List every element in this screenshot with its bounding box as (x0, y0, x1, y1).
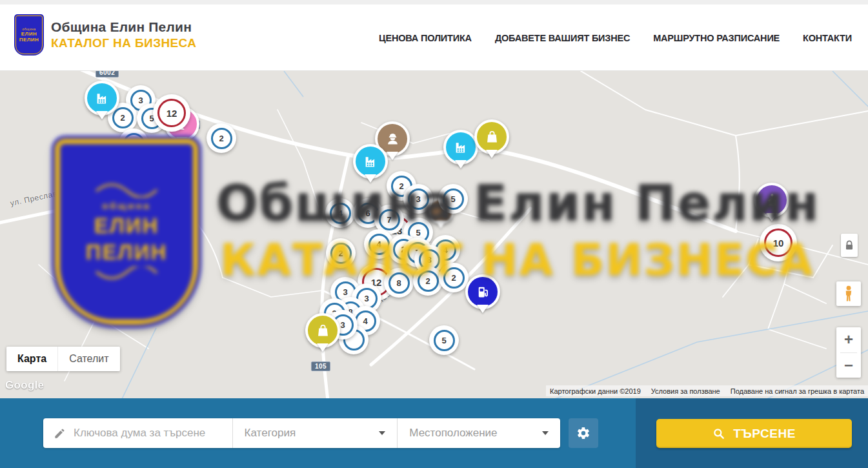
cluster-count: 8 (396, 278, 401, 288)
map-cluster[interactable]: 5 (429, 325, 459, 355)
search-bar: Категория Местоположение ТЪРСЕНЕ (0, 398, 868, 468)
chevron-down-icon (379, 431, 385, 435)
cluster-count: 2 (451, 273, 456, 283)
fuel-station-icon (474, 283, 492, 301)
cluster-count: 7 (387, 215, 391, 225)
cluster-count: 3 (364, 294, 368, 303)
page: община ЕЛИН ПЕЛИН Община Елин Пелин КАТА… (0, 0, 868, 468)
category-pin-factory[interactable] (443, 130, 478, 165)
cluster-count: 2 (120, 113, 125, 123)
cluster-count: 12 (167, 108, 177, 119)
nav-item-pricing[interactable]: ЦЕНОВА ПОЛИТИКА (379, 33, 472, 43)
factory-icon (452, 139, 470, 156)
map-canvas[interactable]: 325122223546137542274812822338343510 общ… (0, 71, 868, 398)
category-pin-bag[interactable] (474, 119, 509, 154)
site-logo[interactable]: община ЕЛИН ПЕЛИН Община Елин Пелин КАТА… (14, 14, 196, 56)
church-icon (763, 192, 781, 209)
cluster-count: 5 (441, 336, 446, 345)
terms-link[interactable]: Условия за ползване (651, 387, 720, 395)
map-cluster[interactable]: 12 (153, 94, 190, 132)
map-cluster[interactable]: 8 (384, 268, 414, 298)
pegman-icon (842, 285, 856, 302)
worker-icon (384, 130, 401, 148)
zoom-control: + − (836, 327, 861, 378)
nav-item-add-business[interactable]: ДОБАВЕТЕ ВАШИЯТ БИЗНЕС (495, 33, 630, 43)
cluster-count: 5 (416, 228, 420, 238)
location-select[interactable]: Местоположение (398, 418, 560, 448)
crest-name-line2: ПЕЛИН (19, 37, 39, 43)
main-nav: ЦЕНОВА ПОЛИТИКА ДОБАВЕТЕ ВАШИЯТ БИЗНЕС М… (379, 5, 852, 71)
top-strip (0, 0, 868, 5)
cluster-count: 4 (363, 316, 367, 326)
search-button[interactable]: ТЪРСЕНЕ (656, 419, 852, 448)
cluster-count: 5 (450, 194, 455, 204)
attribution-copyright: Картографски данни ©2019 (550, 387, 641, 395)
site-title: Община Елин Пелин (51, 19, 196, 35)
cluster-count: 3 (340, 320, 345, 330)
map-cluster[interactable]: 10 (760, 224, 797, 261)
category-select-value: Категория (245, 427, 296, 440)
map-cluster[interactable]: 2 (439, 263, 469, 292)
map-cluster[interactable]: 4 (325, 198, 355, 228)
cluster-count: 2 (219, 134, 223, 143)
map-type-control: Карта Сателит (6, 347, 120, 371)
cluster-count: 3 (138, 96, 143, 105)
advanced-settings-button[interactable] (569, 418, 598, 448)
cluster-count: 10 (773, 238, 784, 249)
shopping-bag-icon (483, 128, 501, 146)
category-pin-fuel[interactable] (465, 274, 500, 309)
chevron-down-icon (542, 431, 549, 435)
keyword-search-input[interactable] (72, 426, 232, 440)
municipality-crest-icon: община ЕЛИН ПЕЛИН (14, 14, 44, 56)
lock-control-button[interactable] (841, 234, 858, 257)
zoom-in-button[interactable]: + (836, 327, 861, 352)
cluster-count: 4 (338, 209, 342, 218)
factory-icon (362, 153, 379, 170)
factory-icon (94, 90, 111, 107)
site-subtitle: КАТАЛОГ НА БИЗНЕСА (51, 36, 196, 50)
header: община ЕЛИН ПЕЛИН Община Елин Пелин КАТА… (0, 5, 868, 71)
nav-item-transport-schedule[interactable]: МАРШРУТНО РАЗПИСАНИЕ (653, 33, 780, 43)
search-button-label: ТЪРСЕНЕ (733, 427, 796, 441)
category-pin-bag[interactable] (305, 313, 340, 348)
cluster-count: 2 (425, 276, 430, 286)
shopping-bag-icon (314, 322, 332, 340)
gear-icon (576, 426, 590, 440)
map-type-satellite-button[interactable]: Сателит (57, 347, 119, 371)
search-fields: Категория Местоположение (43, 418, 560, 448)
lock-icon (845, 240, 854, 250)
category-pin-church[interactable] (754, 183, 789, 218)
category-pin-factory[interactable] (353, 144, 388, 179)
nav-item-contacts[interactable]: КОНТАКТИ (803, 33, 852, 43)
cluster-count: 2 (338, 249, 343, 258)
zoom-out-button[interactable]: − (836, 353, 861, 378)
map-type-map-button[interactable]: Карта (6, 347, 57, 371)
cluster-count: 3 (343, 287, 347, 297)
cluster-count: 4 (376, 239, 381, 249)
category-pin-factory[interactable] (85, 81, 119, 116)
map-cluster[interactable]: 2 (207, 123, 236, 153)
marker-layer: 325122223546137542274812822338343510 (0, 71, 868, 398)
category-select[interactable]: Категория (233, 418, 398, 448)
cluster-count: 2 (131, 139, 136, 148)
pegman-control[interactable] (836, 281, 861, 306)
map-cluster[interactable]: 3 (403, 184, 433, 214)
map-cluster[interactable]: 5 (438, 184, 468, 214)
keyword-section (43, 418, 232, 448)
map-attribution: Картографски данни ©2019 Условия за полз… (546, 385, 868, 396)
map-cluster[interactable]: 2 (326, 238, 356, 268)
google-logo[interactable]: Google (5, 379, 44, 392)
location-select-value: Местоположение (409, 427, 497, 440)
pencil-icon (54, 427, 66, 440)
cluster-count: 8 (427, 255, 431, 265)
cluster-count: 6 (365, 209, 370, 218)
crest-name-line1: ЕЛИН (21, 31, 37, 37)
cluster-count: 2 (399, 181, 403, 191)
cluster-count: 3 (416, 194, 420, 204)
cluster-count: 4 (443, 245, 447, 255)
map-cluster[interactable]: 2 (413, 266, 443, 296)
report-error-link[interactable]: Подаване на сигнал за грешка в картата (731, 387, 864, 395)
search-icon (712, 427, 725, 440)
map-cluster[interactable]: 2 (119, 128, 148, 158)
